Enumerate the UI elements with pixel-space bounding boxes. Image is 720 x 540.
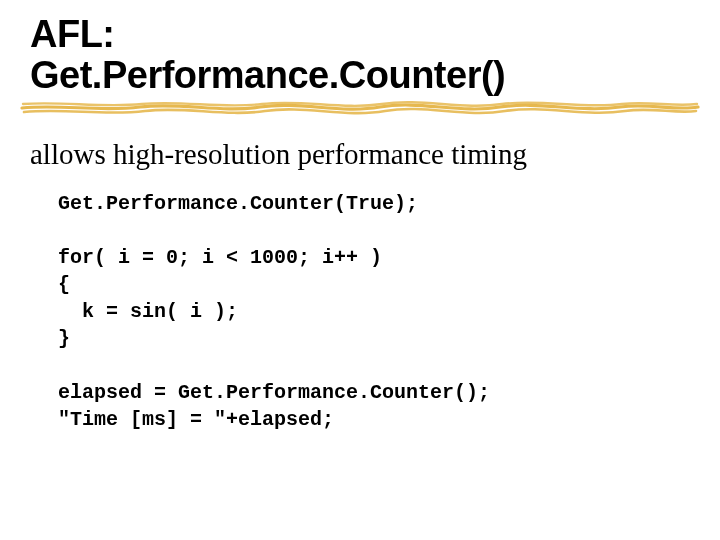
title-line-1: AFL: [30,14,720,55]
code-line: for( i = 0; i < 1000; i++ ) [58,246,382,269]
code-line: elapsed = Get.Performance.Counter(); [58,381,490,404]
code-block: Get.Performance.Counter(True); for( i = … [30,190,680,433]
body: allows high-resolution performance timin… [0,118,720,433]
code-line: } [58,327,70,350]
code-line: Get.Performance.Counter(True); [58,192,418,215]
title-underline [0,96,720,118]
title-block: AFL: Get.Performance.Counter() [0,0,720,102]
lead-text: allows high-resolution performance timin… [30,136,680,172]
code-line: k = sin( i ); [58,300,238,323]
slide: AFL: Get.Performance.Counter() allows hi… [0,0,720,540]
code-line: { [58,273,70,296]
code-line: "Time [ms] = "+elapsed; [58,408,334,431]
title-line-2: Get.Performance.Counter() [30,55,720,96]
scribble-underline-icon [20,96,700,118]
